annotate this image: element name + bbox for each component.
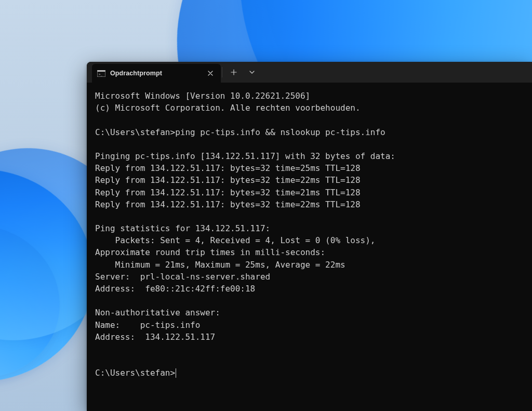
tab-divider	[222, 67, 222, 77]
close-icon	[208, 71, 213, 76]
text-cursor	[176, 368, 176, 378]
plus-icon	[231, 69, 237, 75]
tab-active[interactable]: >_ Opdrachtprompt	[92, 64, 221, 83]
new-tab-button[interactable]	[223, 62, 244, 83]
titlebar[interactable]: >_ Opdrachtprompt	[87, 62, 532, 83]
tab-close-button[interactable]	[204, 67, 217, 79]
svg-text:>_: >_	[99, 72, 103, 76]
tab-dropdown-button[interactable]	[244, 62, 260, 83]
prompt: C:\Users\stefan>	[95, 368, 175, 378]
chevron-down-icon	[249, 71, 255, 74]
terminal-output[interactable]: Microsoft Windows [Version 10.0.22621.25…	[87, 83, 532, 411]
svg-rect-1	[97, 70, 105, 72]
terminal-window: >_ Opdrachtprompt Microsoft Windows [Ver…	[87, 62, 532, 411]
tab-title: Opdrachtprompt	[110, 70, 200, 77]
cmd-icon: >_	[97, 70, 105, 77]
